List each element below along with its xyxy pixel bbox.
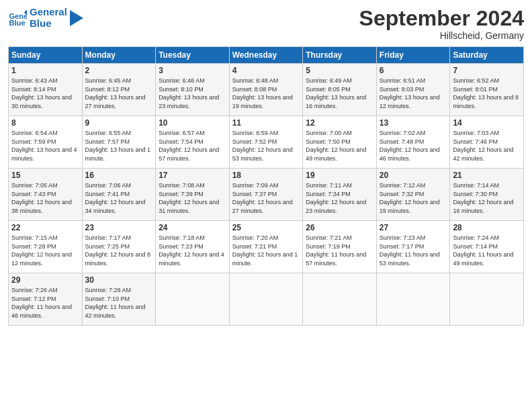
table-row: 18Sunrise: 7:09 AMSunset: 7:37 PMDayligh… bbox=[229, 169, 303, 221]
day-info: Sunrise: 7:14 AMSunset: 7:30 PMDaylight:… bbox=[453, 182, 513, 214]
logo: General Blue General Blue bbox=[8, 7, 83, 29]
day-number: 18 bbox=[232, 171, 300, 180]
day-number: 25 bbox=[232, 223, 300, 232]
day-number: 24 bbox=[159, 223, 226, 232]
day-info: Sunrise: 6:57 AMSunset: 7:54 PMDaylight:… bbox=[159, 130, 219, 162]
day-number: 9 bbox=[85, 118, 153, 128]
day-info: Sunrise: 7:26 AMSunset: 7:12 PMDaylight:… bbox=[11, 287, 72, 319]
day-info: Sunrise: 7:28 AMSunset: 7:10 PMDaylight:… bbox=[85, 287, 146, 319]
day-number: 13 bbox=[380, 118, 447, 128]
day-number: 11 bbox=[232, 118, 300, 128]
day-info: Sunrise: 6:45 AMSunset: 8:12 PMDaylight:… bbox=[85, 77, 146, 109]
header: General Blue General Blue September 2024… bbox=[8, 7, 524, 41]
table-row: 19Sunrise: 7:11 AMSunset: 7:34 PMDayligh… bbox=[303, 169, 377, 221]
table-row: 26Sunrise: 7:21 AMSunset: 7:19 PMDayligh… bbox=[303, 221, 377, 273]
col-tuesday: Tuesday bbox=[156, 47, 230, 64]
day-info: Sunrise: 7:06 AMSunset: 7:41 PMDaylight:… bbox=[85, 182, 146, 214]
day-number: 19 bbox=[306, 171, 373, 180]
day-number: 22 bbox=[11, 223, 79, 232]
month-title: September 2024 bbox=[359, 7, 524, 30]
day-info: Sunrise: 6:52 AMSunset: 8:01 PMDaylight:… bbox=[453, 77, 519, 109]
table-row: 20Sunrise: 7:12 AMSunset: 7:32 PMDayligh… bbox=[376, 169, 450, 221]
day-info: Sunrise: 6:46 AMSunset: 8:10 PMDaylight:… bbox=[159, 77, 219, 109]
col-friday: Friday bbox=[376, 47, 450, 64]
day-number: 17 bbox=[159, 171, 226, 180]
col-sunday: Sunday bbox=[9, 47, 83, 64]
table-row: 22Sunrise: 7:15 AMSunset: 7:28 PMDayligh… bbox=[9, 221, 83, 273]
table-row: 12Sunrise: 7:00 AMSunset: 7:50 PMDayligh… bbox=[303, 116, 377, 169]
day-info: Sunrise: 6:43 AMSunset: 8:14 PMDaylight:… bbox=[11, 77, 72, 109]
day-info: Sunrise: 7:00 AMSunset: 7:50 PMDaylight:… bbox=[306, 130, 366, 162]
table-row: 10Sunrise: 6:57 AMSunset: 7:54 PMDayligh… bbox=[156, 116, 230, 169]
table-row bbox=[303, 273, 377, 326]
day-info: Sunrise: 7:12 AMSunset: 7:32 PMDaylight:… bbox=[380, 182, 440, 214]
logo-text-blue: Blue bbox=[30, 18, 67, 30]
table-row bbox=[450, 273, 524, 326]
day-info: Sunrise: 7:20 AMSunset: 7:21 PMDaylight:… bbox=[232, 234, 298, 267]
table-row bbox=[229, 273, 303, 326]
logo-arrow-icon bbox=[70, 10, 83, 26]
table-row: 13Sunrise: 7:02 AMSunset: 7:48 PMDayligh… bbox=[376, 116, 450, 169]
logo-text-general: General bbox=[30, 7, 67, 18]
svg-text:Blue: Blue bbox=[9, 19, 25, 27]
day-number: 26 bbox=[306, 223, 373, 232]
table-row: 5Sunrise: 6:49 AMSunset: 8:05 PMDaylight… bbox=[303, 64, 377, 116]
day-info: Sunrise: 7:17 AMSunset: 7:25 PMDaylight:… bbox=[85, 234, 151, 267]
day-number: 8 bbox=[11, 118, 79, 128]
logo-icon: General Blue bbox=[8, 9, 27, 28]
table-row: 30Sunrise: 7:28 AMSunset: 7:10 PMDayligh… bbox=[82, 273, 156, 326]
day-number: 16 bbox=[85, 171, 153, 180]
day-info: Sunrise: 7:11 AMSunset: 7:34 PMDaylight:… bbox=[306, 182, 366, 214]
svg-marker-3 bbox=[70, 10, 83, 26]
col-wednesday: Wednesday bbox=[229, 47, 303, 64]
day-number: 27 bbox=[380, 223, 447, 232]
day-info: Sunrise: 7:15 AMSunset: 7:28 PMDaylight:… bbox=[11, 234, 72, 267]
location-subtitle: Hillscheid, Germany bbox=[359, 30, 524, 41]
table-row: 2Sunrise: 6:45 AMSunset: 8:12 PMDaylight… bbox=[82, 64, 156, 116]
day-number: 7 bbox=[453, 66, 521, 75]
table-row: 1Sunrise: 6:43 AMSunset: 8:14 PMDaylight… bbox=[9, 64, 83, 116]
table-row: 14Sunrise: 7:03 AMSunset: 7:46 PMDayligh… bbox=[450, 116, 524, 169]
table-row: 21Sunrise: 7:14 AMSunset: 7:30 PMDayligh… bbox=[450, 169, 524, 221]
table-row: 23Sunrise: 7:17 AMSunset: 7:25 PMDayligh… bbox=[82, 221, 156, 273]
day-number: 28 bbox=[453, 223, 521, 232]
day-number: 4 bbox=[232, 66, 300, 75]
day-info: Sunrise: 7:02 AMSunset: 7:48 PMDaylight:… bbox=[380, 130, 440, 162]
table-row: 9Sunrise: 6:55 AMSunset: 7:57 PMDaylight… bbox=[82, 116, 156, 169]
day-info: Sunrise: 6:51 AMSunset: 8:03 PMDaylight:… bbox=[380, 77, 440, 109]
day-number: 29 bbox=[11, 275, 79, 285]
table-row: 8Sunrise: 6:54 AMSunset: 7:59 PMDaylight… bbox=[9, 116, 83, 169]
calendar-table: Sunday Monday Tuesday Wednesday Thursday… bbox=[8, 46, 524, 326]
table-row: 6Sunrise: 6:51 AMSunset: 8:03 PMDaylight… bbox=[376, 64, 450, 116]
table-row: 16Sunrise: 7:06 AMSunset: 7:41 PMDayligh… bbox=[82, 169, 156, 221]
day-number: 14 bbox=[453, 118, 521, 128]
day-number: 6 bbox=[380, 66, 447, 75]
day-number: 10 bbox=[159, 118, 226, 128]
day-info: Sunrise: 6:59 AMSunset: 7:52 PMDaylight:… bbox=[232, 130, 293, 162]
table-row bbox=[156, 273, 230, 326]
day-info: Sunrise: 7:08 AMSunset: 7:39 PMDaylight:… bbox=[159, 182, 219, 214]
day-number: 20 bbox=[380, 171, 447, 180]
day-info: Sunrise: 6:49 AMSunset: 8:05 PMDaylight:… bbox=[306, 77, 366, 109]
table-row: 28Sunrise: 7:24 AMSunset: 7:14 PMDayligh… bbox=[450, 221, 524, 273]
day-number: 12 bbox=[306, 118, 373, 128]
col-monday: Monday bbox=[82, 47, 156, 64]
day-info: Sunrise: 7:24 AMSunset: 7:14 PMDaylight:… bbox=[453, 234, 513, 267]
table-row: 17Sunrise: 7:08 AMSunset: 7:39 PMDayligh… bbox=[156, 169, 230, 221]
table-row: 4Sunrise: 6:48 AMSunset: 8:08 PMDaylight… bbox=[229, 64, 303, 116]
table-row: 7Sunrise: 6:52 AMSunset: 8:01 PMDaylight… bbox=[450, 64, 524, 116]
table-row: 3Sunrise: 6:46 AMSunset: 8:10 PMDaylight… bbox=[156, 64, 230, 116]
day-number: 3 bbox=[159, 66, 226, 75]
table-row: 15Sunrise: 7:05 AMSunset: 7:43 PMDayligh… bbox=[9, 169, 83, 221]
day-number: 30 bbox=[85, 275, 153, 285]
day-info: Sunrise: 6:54 AMSunset: 7:59 PMDaylight:… bbox=[11, 130, 77, 162]
table-row: 29Sunrise: 7:26 AMSunset: 7:12 PMDayligh… bbox=[9, 273, 83, 326]
page: General Blue General Blue September 2024… bbox=[0, 0, 532, 411]
day-number: 5 bbox=[306, 66, 373, 75]
table-row: 11Sunrise: 6:59 AMSunset: 7:52 PMDayligh… bbox=[229, 116, 303, 169]
day-number: 23 bbox=[85, 223, 153, 232]
title-block: September 2024 Hillscheid, Germany bbox=[359, 7, 524, 41]
day-number: 2 bbox=[85, 66, 153, 75]
table-row: 24Sunrise: 7:18 AMSunset: 7:23 PMDayligh… bbox=[156, 221, 230, 273]
day-info: Sunrise: 7:21 AMSunset: 7:19 PMDaylight:… bbox=[306, 234, 366, 267]
